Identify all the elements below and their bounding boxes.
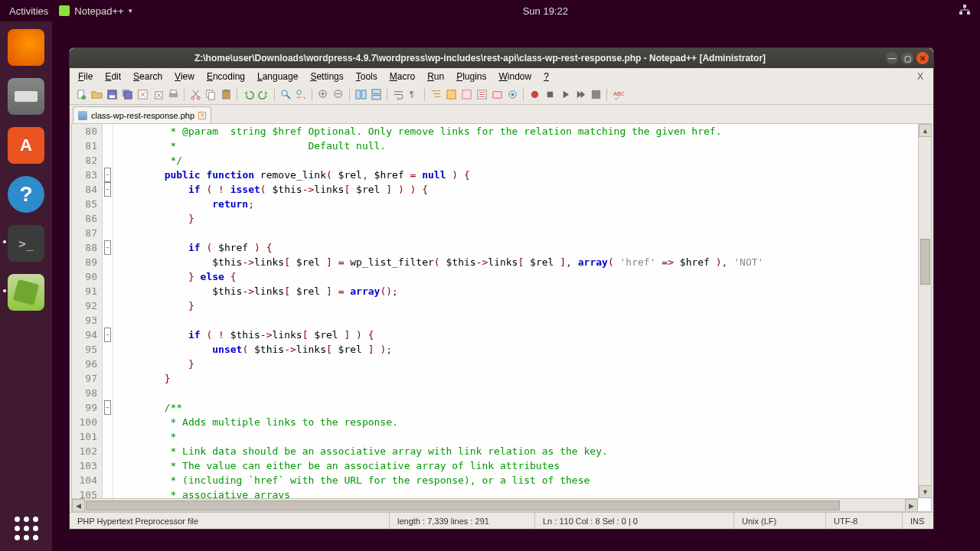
ubuntu-launcher: ? [0, 21, 52, 551]
vertical-scrollbar-thumb[interactable] [920, 239, 930, 285]
folder-workspace-icon[interactable] [490, 88, 504, 102]
save-macro-icon[interactable] [589, 88, 603, 102]
menu-view[interactable]: View [169, 70, 200, 83]
status-eol[interactable]: Unix (LF) [734, 513, 826, 529]
show-applications-button[interactable] [15, 517, 38, 540]
show-all-chars-icon[interactable]: ¶ [407, 88, 420, 102]
menu-language[interactable]: Language [252, 70, 303, 83]
app-menu[interactable]: Notepad++ ▾ [59, 5, 132, 17]
tab-close-icon[interactable]: ✕ [198, 112, 206, 119]
sync-v-icon[interactable] [354, 88, 368, 102]
svg-rect-25 [361, 90, 366, 99]
svg-rect-19 [224, 90, 228, 92]
menu-tools[interactable]: Tools [351, 70, 383, 83]
sync-h-icon[interactable] [369, 88, 383, 102]
status-position: Ln : 110 Col : 8 Sel : 0 | 0 [535, 513, 734, 529]
status-encoding[interactable]: UTF-8 [826, 513, 903, 529]
zoom-in-icon[interactable] [316, 88, 330, 102]
svg-rect-36 [547, 92, 553, 98]
close-file-icon[interactable] [136, 88, 149, 102]
vertical-scrollbar[interactable]: ▲ ▼ [918, 124, 931, 498]
scroll-up-icon[interactable]: ▲ [919, 124, 932, 137]
file-icon [78, 111, 87, 120]
menubar-close-icon[interactable]: X [912, 70, 929, 83]
clock[interactable]: Sun 19:22 [132, 5, 959, 17]
redo-icon[interactable] [256, 88, 270, 102]
fold-toggle-icon[interactable]: − [104, 240, 111, 255]
menu-search[interactable]: Search [128, 70, 168, 83]
tab-bar: class-wp-rest-response.php ✕ [70, 105, 933, 123]
menu-edit[interactable]: Edit [100, 70, 126, 83]
scroll-left-icon[interactable]: ◀ [72, 499, 85, 512]
menu-file[interactable]: File [73, 70, 98, 83]
func-list-icon[interactable] [475, 88, 488, 102]
play-macro-icon[interactable] [558, 88, 572, 102]
menu-encoding[interactable]: Encoding [201, 70, 250, 83]
fold-toggle-icon[interactable]: − [104, 182, 111, 197]
svg-rect-13 [170, 90, 176, 94]
window-titlebar[interactable]: Z:\home\user\Downloads\wordpress-4.9.7\w… [70, 48, 933, 68]
menu-plugins[interactable]: Plugins [451, 70, 492, 83]
fold-toggle-icon[interactable]: − [104, 328, 111, 342]
file-tab[interactable]: class-wp-rest-response.php ✕ [73, 106, 211, 123]
scroll-down-icon[interactable]: ▼ [919, 485, 932, 498]
svg-rect-37 [591, 90, 599, 99]
svg-rect-27 [371, 95, 380, 99]
menu-bar: FileEditSearchViewEncodingLanguageSettin… [70, 68, 933, 85]
indent-guide-icon[interactable] [429, 88, 443, 102]
launcher-notepadpp[interactable] [8, 274, 44, 311]
undo-icon[interactable] [241, 88, 255, 102]
status-insert-mode[interactable]: INS [903, 513, 933, 529]
monitor-icon[interactable] [505, 88, 519, 102]
scroll-right-icon[interactable]: ▶ [905, 499, 918, 512]
print-icon[interactable] [166, 88, 180, 102]
fold-toggle-icon[interactable]: − [104, 168, 111, 182]
close-button[interactable]: ✕ [916, 52, 929, 64]
close-all-icon[interactable] [151, 88, 165, 102]
menu-run[interactable]: Run [422, 70, 449, 83]
udl-icon[interactable] [444, 88, 458, 102]
save-icon[interactable] [105, 88, 119, 102]
new-file-icon[interactable] [74, 88, 88, 102]
svg-point-35 [531, 91, 537, 98]
svg-point-20 [281, 90, 287, 96]
fold-toggle-icon[interactable]: − [104, 400, 111, 415]
wordwrap-icon[interactable] [391, 88, 405, 102]
stop-macro-icon[interactable] [543, 88, 557, 102]
svg-rect-26 [371, 90, 380, 94]
launcher-files[interactable] [8, 78, 44, 115]
window-title: Z:\home\user\Downloads\wordpress-4.9.7\w… [74, 53, 886, 64]
menu-macro[interactable]: Macro [384, 70, 420, 83]
maximize-button[interactable]: ▢ [901, 52, 913, 64]
svg-point-4 [81, 95, 86, 99]
save-all-icon[interactable] [120, 88, 134, 102]
copy-icon[interactable] [204, 88, 217, 102]
spellcheck-icon[interactable]: ABC [611, 88, 625, 102]
play-multi-icon[interactable] [573, 88, 587, 102]
svg-rect-6 [109, 95, 115, 98]
minimize-button[interactable]: — [886, 52, 898, 64]
svg-rect-17 [208, 93, 214, 99]
launcher-firefox[interactable] [8, 29, 44, 66]
launcher-help[interactable]: ? [8, 176, 44, 213]
paste-icon[interactable] [219, 88, 233, 102]
menu-settings[interactable]: Settings [305, 70, 348, 83]
horizontal-scrollbar-thumb[interactable] [86, 500, 840, 510]
activities-button[interactable]: Activities [9, 5, 48, 17]
horizontal-scrollbar[interactable]: ◀ ▶ [72, 498, 918, 511]
launcher-software[interactable] [8, 127, 44, 164]
menu-[interactable]: ? [538, 70, 554, 83]
line-number-gutter: 8081828384858687888990919293949596979899… [72, 124, 103, 511]
find-icon[interactable] [279, 88, 292, 102]
cut-icon[interactable] [188, 88, 202, 102]
record-macro-icon[interactable] [528, 88, 541, 102]
replace-icon[interactable] [294, 88, 308, 102]
code-editor[interactable]: * @param string $href Optional. Only rem… [113, 124, 931, 511]
svg-text:¶: ¶ [409, 90, 413, 99]
zoom-out-icon[interactable] [332, 88, 345, 102]
launcher-terminal[interactable] [8, 225, 44, 262]
doc-map-icon[interactable] [459, 88, 473, 102]
menu-window[interactable]: Window [494, 70, 537, 83]
open-file-icon[interactable] [90, 88, 103, 102]
system-tray[interactable] [959, 4, 971, 18]
